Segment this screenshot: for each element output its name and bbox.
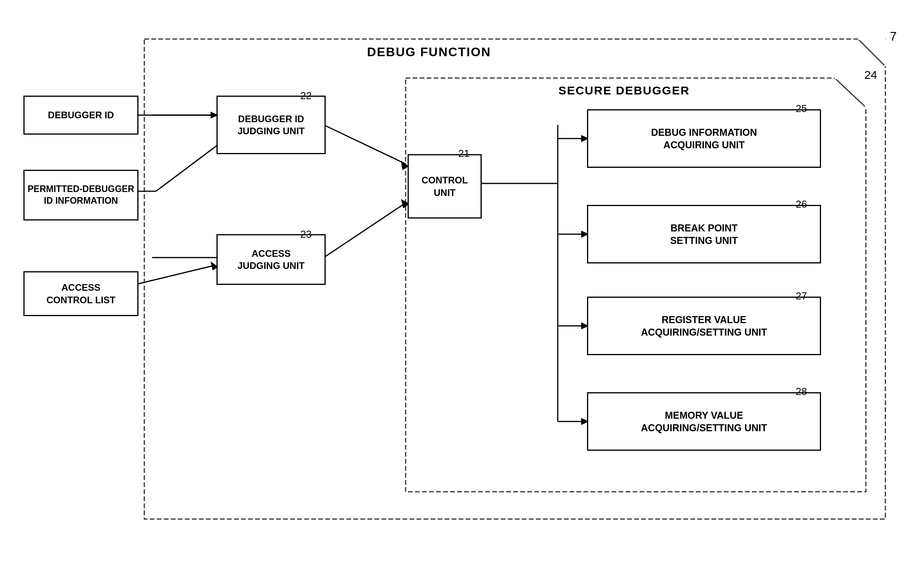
- ref-21: 21: [458, 148, 470, 160]
- ref-23: 23: [300, 228, 312, 240]
- register-value-box: REGISTER VALUE ACQUIRING/SETTING UNIT: [587, 297, 821, 355]
- access-control-box: ACCESS CONTROL LIST: [23, 271, 138, 316]
- ref-24: 24: [864, 68, 877, 82]
- svg-line-15: [324, 125, 406, 164]
- debug-function-label: DEBUG FUNCTION: [332, 45, 527, 59]
- debug-info-box: DEBUG INFORMATION ACQUIRING UNIT: [587, 109, 821, 168]
- ref-22: 22: [300, 90, 312, 102]
- ref-27: 27: [796, 290, 807, 302]
- debugger-id-box: DEBUGGER ID: [23, 96, 138, 135]
- ref-26: 26: [796, 198, 807, 210]
- control-unit-box: CONTROL UNIT: [408, 154, 482, 219]
- ref-7: 7: [890, 29, 897, 44]
- ref-28: 28: [796, 386, 807, 398]
- svg-line-2: [858, 39, 885, 66]
- ref-25: 25: [796, 103, 807, 115]
- break-point-box: BREAK POINT SETTING UNIT: [587, 205, 821, 263]
- access-judging-box: ACCESS JUDGING UNIT: [216, 234, 326, 285]
- diagram-svg: [0, 0, 924, 569]
- diagram-container: DEBUG FUNCTION SECURE DEBUGGER 7 24 DEBU…: [0, 0, 924, 569]
- permitted-id-box: PERMITTED-DEBUGGER ID INFORMATION: [23, 170, 138, 220]
- secure-debugger-label: SECURE DEBUGGER: [527, 84, 722, 97]
- memory-value-box: MEMORY VALUE ACQUIRING/SETTING UNIT: [587, 392, 821, 451]
- svg-line-5: [835, 78, 866, 107]
- svg-line-17: [324, 203, 406, 258]
- debugger-id-judging-box: DEBUGGER ID JUDGING UNIT: [216, 96, 326, 154]
